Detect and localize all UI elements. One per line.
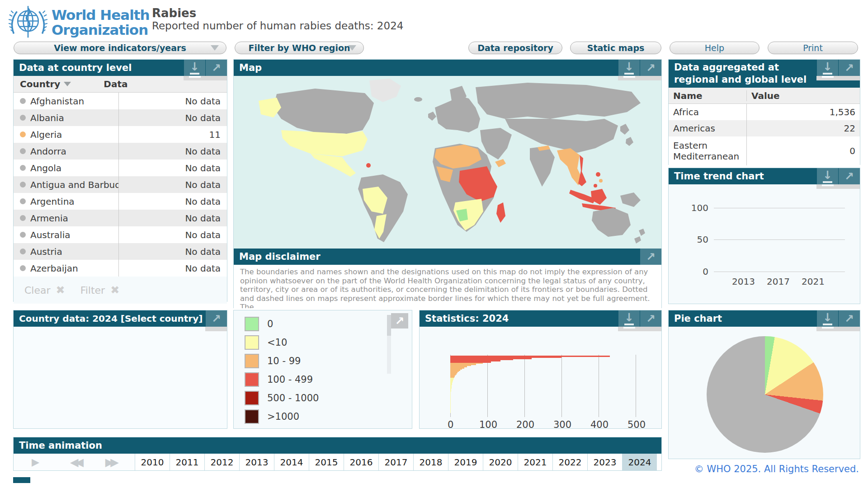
sort-descending-icon[interactable] (64, 82, 71, 86)
download-icon[interactable]: ↓ (817, 168, 838, 184)
legend-scrollbar[interactable] (387, 315, 391, 374)
legend-swatch (245, 409, 259, 424)
help-button[interactable]: Help (670, 42, 760, 54)
selected-country-title: Country data: 2024 [Select country] (19, 313, 203, 324)
expand-icon[interactable]: ↗ (640, 60, 661, 76)
fast-forward-icon[interactable]: ▶▶ (105, 456, 119, 469)
legend-swatch (245, 391, 259, 405)
legend-label: 0 (267, 319, 273, 329)
view-more-indicators-button[interactable]: View more indicators/years (14, 42, 226, 54)
table-row[interactable]: Eastern Mediterranean0 (669, 136, 860, 165)
year-cell-2023[interactable]: 2023 (587, 454, 622, 470)
map-legend-panel: ↗ 0<1010 - 99100 - 499500 - 1000>1000 (233, 310, 412, 429)
legend-label: 500 - 1000 (267, 393, 319, 404)
map-panel-title: Map (239, 62, 262, 73)
who-dashboard: World Health Organization Rabies Reporte… (0, 0, 868, 488)
gridline (714, 239, 845, 240)
expand-icon[interactable]: ↗ (839, 168, 860, 184)
table-row[interactable]: AlbaniaNo data (14, 109, 227, 126)
year-cell-2011[interactable]: 2011 (170, 454, 204, 470)
static-maps-button[interactable]: Static maps (570, 42, 661, 54)
country-value: No data (118, 143, 227, 160)
region-value: 0 (746, 136, 860, 165)
table-row[interactable]: AustraliaNo data (14, 226, 227, 243)
year-cell-2017[interactable]: 2017 (378, 454, 413, 470)
data-repository-button[interactable]: Data repository (468, 42, 562, 54)
play-icon[interactable]: ▶ (32, 456, 39, 468)
table-row[interactable]: ArmeniaNo data (14, 210, 227, 226)
table-row[interactable]: AustriaNo data (14, 243, 227, 260)
clear-button[interactable]: Clear (24, 285, 51, 296)
expand-icon[interactable]: ↗ (206, 310, 227, 327)
icon-strip (205, 327, 227, 331)
filter-by-region-button[interactable]: Filter by WHO region (235, 42, 364, 54)
pie-chart[interactable] (707, 336, 823, 453)
region-name: Americas (669, 123, 746, 134)
stat-bars (450, 356, 610, 413)
pie-panel-title: Pie chart (674, 313, 722, 324)
legend-item: >1000 (245, 409, 299, 424)
country-value: No data (118, 210, 227, 226)
status-dot-icon (20, 182, 26, 188)
year-cell-2016[interactable]: 2016 (344, 454, 378, 470)
download-icon[interactable]: ↓ (817, 60, 838, 76)
map-disclaimer-title: Map disclaimer (239, 251, 321, 262)
table-row[interactable]: Algeria11 (14, 126, 227, 143)
resize-handle[interactable] (13, 477, 30, 483)
table-row[interactable]: Americas22 (669, 120, 860, 136)
download-icon[interactable]: ↓ (618, 310, 640, 327)
expand-icon[interactable]: ↗ (391, 313, 408, 328)
year-cell-2020[interactable]: 2020 (483, 454, 518, 470)
trend-chart[interactable]: 100500201320172021 (669, 184, 860, 304)
map-disclaimer-text: The boundaries and names shown and the d… (234, 265, 661, 308)
statistics-panel-title: Statistics: 2024 (425, 313, 509, 324)
filter-button[interactable]: Filter (80, 285, 105, 296)
legend-label: 100 - 499 (267, 374, 313, 385)
table-row[interactable]: AndorraNo data (14, 143, 227, 160)
who-emblem-icon (8, 4, 48, 42)
column-data[interactable]: Data (104, 79, 127, 89)
rewind-icon[interactable]: ◀◀ (70, 456, 84, 469)
year-cell-2018[interactable]: 2018 (413, 454, 448, 470)
year-cell-2019[interactable]: 2019 (448, 454, 483, 470)
expand-icon[interactable]: ↗ (839, 310, 860, 327)
filter-x-icon[interactable]: ✖ (110, 284, 119, 296)
year-cell-2015[interactable]: 2015 (309, 454, 344, 470)
table-row[interactable]: ArgentinaNo data (14, 193, 227, 210)
expand-icon[interactable]: ↗ (640, 310, 661, 327)
world-map[interactable] (234, 76, 661, 249)
time-animation-title: Time animation (19, 440, 102, 451)
column-name[interactable]: Name (669, 90, 746, 101)
map-panel-header: Map ↓ ↗ (234, 60, 661, 76)
year-cell-2012[interactable]: 2012 (204, 454, 239, 470)
print-button[interactable]: Print (768, 42, 858, 54)
table-row[interactable]: AzerbaijanNo data (14, 260, 227, 277)
regional-table-colheader: Name Value (669, 88, 860, 104)
region-name: Eastern Mediterranean (669, 140, 746, 162)
download-icon[interactable]: ↓ (817, 310, 838, 327)
table-row[interactable]: Antigua and BarbudaNo data (14, 176, 227, 193)
year-cell-2013[interactable]: 2013 (239, 454, 274, 470)
regional-data-panel: Data aggregated at regional and global l… (668, 59, 860, 165)
column-value[interactable]: Value (746, 90, 780, 101)
pie-panel-header: Pie chart ↓ ↗ (669, 310, 860, 327)
year-cell-2021[interactable]: 2021 (518, 454, 552, 470)
table-row[interactable]: Africa1,536 (669, 104, 860, 120)
download-icon[interactable]: ↓ (184, 60, 205, 76)
expand-icon[interactable]: ↗ (839, 60, 860, 76)
x-axis-tick: 400 (590, 419, 609, 430)
clear-x-icon[interactable]: ✖ (56, 284, 65, 296)
year-cell-2024[interactable]: 2024 (622, 454, 657, 470)
year-cell-2014[interactable]: 2014 (274, 454, 309, 470)
table-row[interactable]: AfghanistanNo data (14, 93, 227, 109)
table-row[interactable]: AngolaNo data (14, 160, 227, 176)
print-label: Print (803, 43, 823, 53)
expand-icon[interactable]: ↗ (206, 60, 227, 76)
expand-icon[interactable]: ↗ (640, 249, 661, 265)
year-cell-2010[interactable]: 2010 (135, 454, 170, 470)
statistics-chart[interactable]: 0100200300400500 (420, 327, 661, 424)
column-country[interactable]: Country (14, 79, 60, 89)
y-axis-tick: 100 (669, 202, 708, 213)
download-icon[interactable]: ↓ (618, 60, 640, 76)
year-cell-2022[interactable]: 2022 (552, 454, 587, 470)
